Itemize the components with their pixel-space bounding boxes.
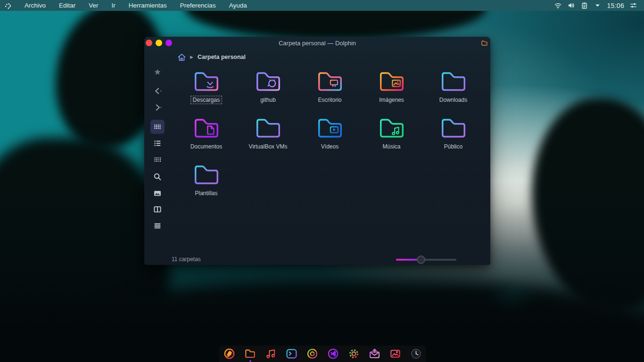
dock (219, 346, 426, 362)
sidebar-back-button[interactable] (150, 84, 165, 98)
folder-label: Plantillas (192, 189, 220, 197)
tray-clock[interactable]: 15:06 (607, 2, 624, 9)
zoom-slider[interactable] (396, 259, 456, 261)
folder-icon (377, 115, 406, 141)
folder-icon (377, 69, 406, 94)
folder-label: Downloads (437, 96, 470, 104)
dock-terminal-icon[interactable] (285, 347, 298, 360)
tool-sidebar (144, 50, 171, 254)
folder-label: Música (380, 142, 403, 151)
menubar-items: ArchivoEditarVerIrHerramientasPreferenci… (18, 0, 254, 11)
sidebar-search-button[interactable] (150, 170, 165, 184)
folder-item[interactable]: Vídeos (299, 114, 361, 160)
caret-down-icon[interactable] (594, 1, 602, 9)
clipboard-icon[interactable] (580, 1, 588, 9)
sidebar-view-compact-button[interactable] (150, 153, 165, 167)
dolphin-window: Carpeta personal — Dolphin ▶ Carpeta per… (144, 37, 490, 265)
folder-label: Escritorio (315, 96, 344, 104)
sidebar-forward-button[interactable] (150, 100, 165, 115)
wifi-icon[interactable] (554, 1, 562, 9)
sidebar-menu-button[interactable] (150, 219, 165, 233)
dolphin-app-icon (481, 40, 488, 47)
sidebar-split-view-button[interactable] (150, 202, 165, 216)
folder-label: Vídeos (319, 142, 341, 151)
titlebar[interactable]: Carpeta personal — Dolphin (144, 37, 490, 50)
folder-icon (254, 115, 283, 141)
global-menubar: ArchivoEditarVerIrHerramientasPreferenci… (0, 0, 644, 11)
folder-icon (192, 69, 221, 94)
dock-settings-icon[interactable] (347, 347, 360, 360)
zoom-slider-knob[interactable] (417, 255, 425, 264)
folder-icon (439, 115, 468, 141)
folder-icon (315, 115, 345, 141)
folder-item[interactable]: Escritorio (299, 67, 361, 114)
sidebar-view-grid-button[interactable] (150, 120, 165, 134)
dock-music-player-icon[interactable] (264, 347, 277, 360)
sidebar-bookmark-star-icon[interactable] (150, 65, 165, 79)
dock-mail-share-icon[interactable] (368, 347, 381, 360)
distro-logo-icon[interactable] (4, 1, 13, 10)
folder-item[interactable]: VirtualBox VMs (237, 114, 299, 160)
folder-icon (192, 115, 221, 141)
dock-code-editor-icon[interactable] (327, 347, 339, 360)
dock-files-icon[interactable] (244, 347, 256, 360)
menu-item-herramientas[interactable]: Herramientas (122, 0, 173, 11)
folder-item[interactable]: Downloads (422, 67, 484, 114)
folder-grid: Descargas github Escritorio Imágenes Dow… (175, 67, 486, 207)
menu-item-editar[interactable]: Editar (52, 0, 82, 11)
folder-item[interactable]: Plantillas (175, 160, 237, 207)
menu-item-ayuda[interactable]: Ayuda (223, 0, 254, 11)
menu-item-ver[interactable]: Ver (82, 0, 105, 11)
dock-firefox-icon[interactable] (223, 347, 236, 360)
folder-item[interactable]: Música (361, 114, 422, 160)
folder-label: Documentos (188, 142, 224, 151)
volume-icon[interactable] (567, 1, 575, 9)
menu-item-archivo[interactable]: Archivo (18, 0, 52, 11)
dock-chromium-icon[interactable] (306, 347, 319, 360)
folder-label: VirtualBox VMs (247, 142, 290, 151)
folder-item[interactable]: Descargas (175, 67, 237, 114)
folder-item[interactable]: Imágenes (361, 67, 422, 114)
sidebar-view-list-button[interactable] (150, 136, 165, 150)
folder-item[interactable]: Documentos (175, 114, 237, 160)
folder-icon (439, 69, 468, 94)
statusbar: 11 carpetas (144, 254, 490, 265)
folder-item[interactable]: github (237, 67, 299, 114)
system-tray: 15:06 (554, 1, 644, 9)
sidebar-preview-button[interactable] (150, 186, 165, 200)
folder-label: github (258, 96, 278, 104)
dock-running-indicator (249, 360, 251, 362)
folder-label: Público (442, 142, 465, 151)
folder-label: Imágenes (377, 96, 406, 104)
menu-item-preferencias[interactable]: Preferencias (173, 0, 223, 11)
breadcrumb[interactable]: Carpeta personal (198, 54, 246, 60)
folder-label: Descargas (190, 96, 222, 104)
folder-icon (254, 69, 283, 94)
folder-icon (315, 69, 345, 94)
home-icon[interactable] (177, 52, 187, 62)
breadcrumb-separator-icon: ▶ (190, 55, 193, 59)
location-toolbar: ▶ Carpeta personal (171, 50, 490, 64)
menu-item-ir[interactable]: Ir (105, 0, 122, 11)
dock-clock-icon[interactable] (410, 347, 422, 360)
desktop: ArchivoEditarVerIrHerramientasPreferenci… (0, 0, 644, 362)
dock-photos-icon[interactable] (389, 347, 402, 360)
tweaks-icon[interactable] (629, 1, 637, 9)
window-title: Carpeta personal — Dolphin (144, 37, 490, 50)
folder-icon (192, 162, 221, 188)
folder-item[interactable]: Público (422, 114, 484, 160)
status-text: 11 carpetas (172, 256, 201, 263)
